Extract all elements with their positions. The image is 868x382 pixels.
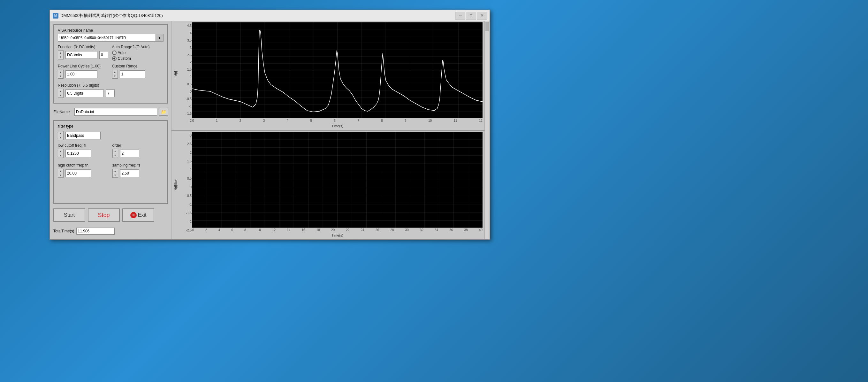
chart2-canvas bbox=[192, 132, 483, 228]
exit-button[interactable]: ✕ Exit bbox=[122, 208, 154, 222]
left-panel: VISA resource name ▼ Function (0: DC Vol… bbox=[50, 21, 172, 239]
chart2-x-ticks: 0 2 4 6 8 10 12 14 16 18 20 bbox=[192, 228, 483, 233]
custom-radio-item: Custom bbox=[112, 56, 164, 61]
filename-label: FileName bbox=[53, 110, 72, 114]
chart2-y-ticks: 3 2.5 2 1.5 1 0.5 0 -0.5 -1 -1.5 -2 -2.5 bbox=[179, 132, 192, 239]
high-cutoff-block: high cutoff freq: fh ▲▼ bbox=[58, 163, 109, 180]
visa-section: VISA resource name ▼ Function (0: DC Vol… bbox=[53, 24, 168, 104]
resolution-spinner[interactable]: ▲▼ bbox=[58, 89, 64, 98]
filter-type-input[interactable] bbox=[65, 132, 101, 139]
custom-range-block: Custom Range ▲▼ bbox=[112, 64, 164, 81]
sampling-block: sampling freq: fs ▲▼ bbox=[113, 163, 164, 180]
chart1-inner: 0 1 2 3 4 5 6 7 8 9 10 1 bbox=[192, 22, 483, 129]
resolution-block: Resolution (7: 6.5 digits) ▲▼ bbox=[58, 83, 163, 98]
visa-container: ▼ bbox=[58, 34, 163, 41]
sampling-spinner[interactable]: ▲▼ bbox=[113, 169, 118, 178]
high-cutoff-input-row: ▲▼ bbox=[58, 169, 109, 178]
sampling-input[interactable] bbox=[120, 170, 139, 177]
resolution-input[interactable] bbox=[65, 89, 104, 97]
chart2-inner: 0 2 4 6 8 10 12 14 16 18 20 bbox=[192, 132, 483, 239]
high-cutoff-label: high cutoff freq: fh bbox=[58, 163, 109, 168]
chart1-x-ticks: 0 1 2 3 4 5 6 7 8 9 10 1 bbox=[192, 118, 483, 124]
low-cutoff-input[interactable] bbox=[65, 150, 91, 157]
auto-range-radio-group: Auto Custom bbox=[112, 51, 164, 61]
custom-radio-label: Custom bbox=[118, 56, 131, 61]
exit-icon: ✕ bbox=[130, 212, 137, 218]
order-spinner[interactable]: ▲▼ bbox=[113, 149, 118, 158]
filter-type-spinner[interactable]: ▲▼ bbox=[58, 131, 64, 140]
title-bar: M DMM6500扫描测试测试软件(软件作者QQ:1340815120) ─ □… bbox=[50, 10, 490, 21]
filter-section: filter type ▲▼ low cutoff freq: fl ▲ bbox=[53, 120, 168, 204]
scrollbar-thumb[interactable] bbox=[486, 22, 489, 31]
custom-range-input-row: ▲▼ bbox=[112, 70, 164, 79]
power-line-block: Power Line Cycles (1.00) ▲▼ bbox=[58, 64, 110, 81]
auto-radio-circle[interactable] bbox=[112, 51, 117, 55]
custom-range-input[interactable] bbox=[120, 70, 145, 78]
order-input[interactable] bbox=[120, 150, 139, 157]
sampling-label: sampling freq: fs bbox=[113, 163, 164, 168]
power-line-input-row: ▲▼ bbox=[58, 70, 110, 79]
resolution-input-row: ▲▼ bbox=[58, 89, 163, 98]
total-time-label: TotalTime(s) bbox=[53, 229, 74, 233]
chart2-y-label: 直流电压-V-Filter bbox=[173, 132, 179, 239]
sampling-input-row: ▲▼ bbox=[113, 169, 164, 178]
action-buttons: Start Stop ✕ Exit bbox=[53, 206, 168, 224]
chart1-svg bbox=[192, 22, 483, 118]
chart2-x-label: Time(s) bbox=[192, 233, 483, 238]
function-num-input[interactable] bbox=[99, 51, 108, 59]
app-content: VISA resource name ▼ Function (0: DC Vol… bbox=[50, 21, 490, 239]
filename-input[interactable] bbox=[74, 108, 157, 116]
auto-range-block: Auto Range? (T: Auto) Auto Custom bbox=[112, 45, 164, 61]
custom-radio-circle[interactable] bbox=[112, 56, 117, 61]
chart1-x-label: Time(s) bbox=[192, 124, 483, 129]
app-window: M DMM6500扫描测试测试软件(软件作者QQ:1340815120) ─ □… bbox=[50, 9, 490, 240]
right-scrollbar[interactable] bbox=[485, 21, 490, 239]
order-input-row: ▲▼ bbox=[113, 149, 164, 158]
power-line-input[interactable] bbox=[65, 70, 97, 78]
maximize-button[interactable]: □ bbox=[466, 12, 476, 20]
resolution-num-input[interactable] bbox=[106, 89, 115, 97]
chart1-canvas bbox=[192, 22, 483, 118]
order-label: order bbox=[113, 143, 164, 148]
power-line-label: Power Line Cycles (1.00) bbox=[58, 64, 110, 68]
visa-label: VISA resource name bbox=[58, 28, 163, 33]
start-button[interactable]: Start bbox=[53, 208, 85, 222]
window-controls: ─ □ ✕ bbox=[455, 12, 487, 20]
total-time-row: TotalTime(s) bbox=[53, 226, 168, 236]
filter-type-label: filter type bbox=[58, 124, 163, 128]
chart2-section: 直流电压-V-Filter 3 2.5 2 1.5 1 0.5 0 -0.5 -… bbox=[172, 131, 485, 239]
function-input[interactable] bbox=[65, 51, 97, 59]
chart1-y-ticks: 4.5 4 3.5 3 2.5 2 1.5 1 0.5 0 -0.5 -1 bbox=[179, 22, 192, 129]
desktop: M DMM6500扫描测试测试软件(软件作者QQ:1340815120) ─ □… bbox=[0, 0, 868, 382]
filter-type-row: ▲▼ bbox=[58, 131, 163, 140]
low-cutoff-label: low cutoff freq: fl bbox=[58, 143, 109, 148]
auto-radio-item: Auto bbox=[112, 51, 164, 55]
visa-dropdown-button[interactable]: ▼ bbox=[156, 34, 163, 41]
filename-row: FileName 📁 bbox=[53, 106, 168, 118]
chart1-y-label: 直流电压-V bbox=[173, 22, 179, 129]
window-title: DMM6500扫描测试测试软件(软件作者QQ:1340815120) bbox=[60, 13, 455, 19]
visa-input[interactable] bbox=[58, 34, 156, 41]
app-icon: M bbox=[53, 13, 58, 19]
close-button[interactable]: ✕ bbox=[477, 12, 487, 20]
custom-range-spinner[interactable]: ▲▼ bbox=[112, 70, 118, 79]
chart2-svg bbox=[192, 132, 483, 228]
power-line-spinner[interactable]: ▲▼ bbox=[58, 70, 64, 79]
right-panel: 直流电压-V 4.5 4 3.5 3 2.5 2 1.5 1 0.5 bbox=[172, 21, 485, 239]
browse-button[interactable]: 📁 bbox=[159, 108, 168, 116]
low-cutoff-input-row: ▲▼ bbox=[58, 149, 109, 158]
function-input-row: ▲▼ bbox=[58, 51, 110, 59]
high-cutoff-input[interactable] bbox=[65, 170, 91, 177]
low-cutoff-spinner[interactable]: ▲▼ bbox=[58, 149, 64, 158]
resolution-label: Resolution (7: 6.5 digits) bbox=[58, 83, 163, 88]
auto-range-label: Auto Range? (T: Auto) bbox=[112, 45, 164, 49]
stop-button[interactable]: Stop bbox=[88, 208, 120, 222]
function-spinner[interactable]: ▲▼ bbox=[58, 51, 64, 59]
chart1-section: 直流电压-V 4.5 4 3.5 3 2.5 2 1.5 1 0.5 bbox=[172, 21, 485, 130]
high-cutoff-spinner[interactable]: ▲▼ bbox=[58, 169, 64, 178]
custom-range-label: Custom Range bbox=[112, 64, 164, 68]
order-block: order ▲▼ bbox=[113, 143, 164, 160]
auto-radio-label: Auto bbox=[118, 51, 126, 55]
minimize-button[interactable]: ─ bbox=[455, 12, 465, 20]
total-time-input[interactable] bbox=[76, 228, 115, 235]
